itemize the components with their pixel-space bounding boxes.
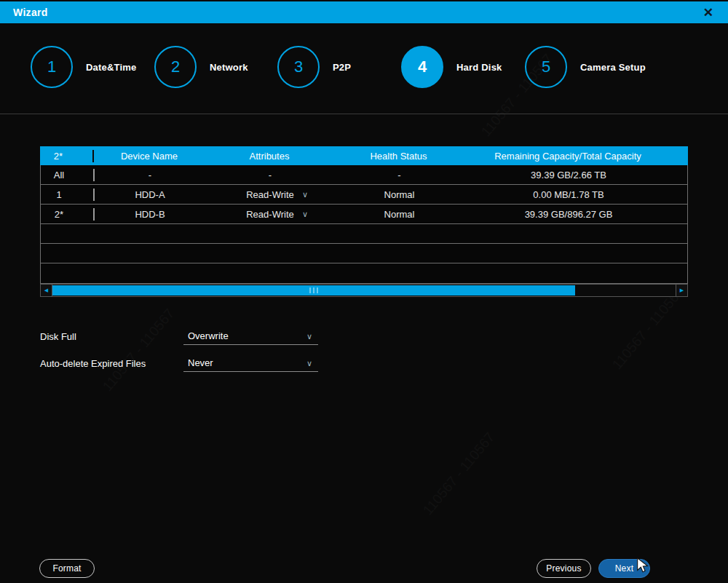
table-row-empty — [41, 263, 687, 283]
row-checkbox[interactable] — [93, 189, 95, 201]
attributes-value: Read-Write — [246, 189, 294, 200]
header-attributes: Attributes — [189, 151, 349, 162]
step-circle-4[interactable]: 4 — [401, 46, 443, 88]
scroll-right-button[interactable]: ▶ — [676, 285, 687, 296]
step-label: Date&Time — [86, 62, 136, 73]
checkbox-cell[interactable] — [77, 209, 110, 220]
checkbox-cell[interactable] — [77, 189, 110, 200]
attributes-cell: - — [190, 170, 350, 181]
attributes-dropdown[interactable]: Read-Write ∨ — [190, 189, 350, 200]
step-label: Camera Setup — [580, 62, 646, 73]
table-row-hdd-a[interactable]: 1 HDD-A Read-Write ∨ Normal 0.00 MB/1.78… — [41, 185, 687, 205]
header-health-status: Health Status — [349, 151, 448, 162]
step-number: 3 — [294, 57, 303, 76]
attributes-dropdown[interactable]: Read-Write ∨ — [190, 209, 350, 220]
step-number: 4 — [418, 57, 427, 76]
titlebar: Wizard ✕ — [0, 1, 728, 23]
previous-button[interactable]: Previous — [537, 559, 591, 578]
row-id: 2* — [41, 209, 77, 220]
row-id: All — [41, 170, 77, 181]
table-header: 2* Device Name Attributes Health Status … — [40, 146, 688, 165]
scroll-left-icon: ◀ — [44, 287, 48, 293]
checkbox-cell[interactable] — [77, 170, 110, 181]
hdd-table: 2* Device Name Attributes Health Status … — [40, 146, 688, 284]
chevron-down-icon: ∨ — [306, 359, 312, 367]
step-date-time[interactable]: 1 Date&Time — [31, 46, 136, 88]
step-hard-disk-active[interactable]: 4 Hard Disk — [401, 46, 502, 88]
chevron-down-icon: ∨ — [302, 210, 308, 218]
scroll-left-button[interactable]: ◀ — [41, 285, 52, 296]
chevron-down-icon: ∨ — [306, 332, 312, 340]
header-checkbox-cell[interactable] — [76, 151, 109, 162]
device-cell: HDD-B — [110, 209, 190, 220]
watermark: 110567 - 110567 — [609, 284, 687, 373]
close-icon[interactable]: ✕ — [703, 7, 713, 19]
step-label: Hard Disk — [456, 62, 502, 73]
health-cell: - — [350, 170, 448, 181]
table-body: All - - - 39.39 GB/2.66 TB 1 HDD-A Read-… — [40, 165, 688, 284]
device-cell: HDD-A — [110, 189, 190, 200]
table-row-empty — [41, 244, 687, 263]
header-capacity: Remaining Capacity/Total Capacity — [448, 151, 688, 162]
auto-delete-value: Never — [188, 357, 213, 368]
scrollbar-grip-icon — [310, 287, 318, 293]
step-camera-setup[interactable]: 5 Camera Setup — [525, 46, 646, 88]
step-network[interactable]: 2 Network — [154, 46, 248, 88]
table-row-hdd-b[interactable]: 2* HDD-B Read-Write ∨ Normal 39.39 GB/89… — [41, 205, 687, 224]
health-cell: Normal — [350, 189, 448, 200]
step-label: P2P — [333, 62, 351, 73]
step-circle-5[interactable]: 5 — [525, 46, 567, 88]
row-checkbox[interactable] — [93, 208, 95, 221]
step-number: 1 — [47, 57, 56, 76]
window-title: Wizard — [13, 7, 48, 18]
section-divider — [0, 114, 728, 114]
capacity-cell: 39.39 GB/2.66 TB — [448, 170, 689, 181]
device-cell: - — [110, 170, 190, 181]
row-checkbox[interactable] — [93, 169, 95, 181]
chevron-down-icon: ∨ — [302, 191, 308, 199]
table-row-empty — [41, 224, 687, 244]
capacity-cell: 0.00 MB/1.78 TB — [448, 189, 689, 200]
horizontal-scrollbar[interactable]: ◀ ▶ — [40, 284, 688, 297]
watermark: 110567 - 110567 — [420, 429, 498, 518]
step-circle-3[interactable]: 3 — [277, 46, 320, 88]
step-circle-2[interactable]: 2 — [154, 46, 197, 88]
step-p2p[interactable]: 3 P2P — [277, 46, 351, 88]
step-number: 5 — [542, 57, 550, 76]
capacity-cell: 39.39 GB/896.27 GB — [448, 209, 689, 220]
step-number: 2 — [171, 57, 180, 76]
step-circle-1[interactable]: 1 — [31, 46, 73, 88]
attributes-value: Read-Write — [246, 209, 294, 220]
health-cell: Normal — [350, 209, 448, 220]
disk-full-value: Overwrite — [188, 330, 229, 341]
wizard-window: 110567 - 110567 110567 - 110567 110567 -… — [0, 0, 728, 583]
watermark: 110567 - 110567 — [100, 306, 178, 394]
header-device-name: Device Name — [109, 151, 189, 162]
table-row-all[interactable]: All - - - 39.39 GB/2.66 TB — [41, 165, 687, 185]
select-all-checkbox[interactable] — [92, 150, 94, 162]
step-label: Network — [210, 62, 248, 73]
format-button[interactable]: Format — [39, 559, 95, 578]
next-button[interactable]: Next — [598, 559, 650, 578]
header-select-all: 2* — [40, 151, 76, 162]
auto-delete-dropdown[interactable]: Never ∨ — [183, 354, 318, 372]
scrollbar-thumb[interactable] — [52, 285, 575, 296]
disk-full-dropdown[interactable]: Overwrite ∨ — [183, 328, 318, 345]
row-id: 1 — [41, 189, 77, 200]
disk-full-label: Disk Full — [40, 329, 76, 344]
auto-delete-label: Auto-delete Expired Files — [40, 356, 146, 370]
scroll-right-icon: ▶ — [680, 287, 684, 293]
